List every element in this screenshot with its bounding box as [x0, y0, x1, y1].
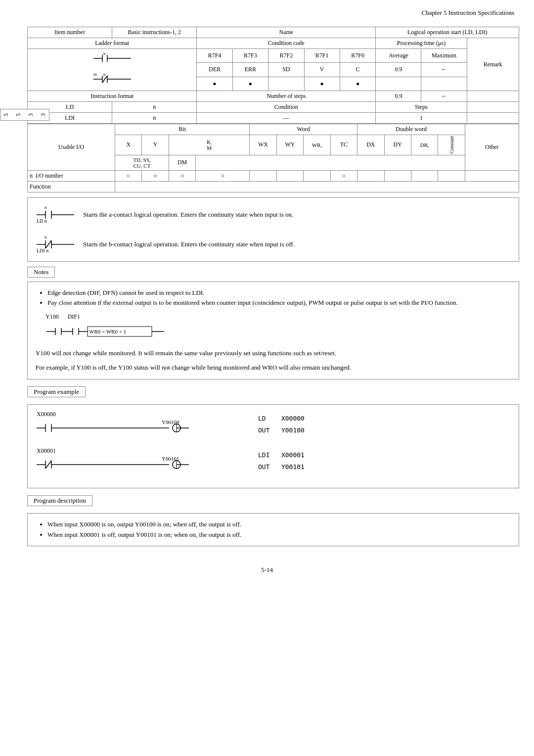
ld-function-row: n LD n Starts the a-contact logical oper… — [36, 204, 511, 226]
average-label: Average — [376, 49, 421, 63]
double-word-label: Double word — [357, 124, 465, 135]
program-desc-bullets: When input X00000 is on, output Y00100 i… — [36, 520, 511, 540]
ldi-ladder-symbol: m n — [92, 72, 132, 87]
avg-09: 0.9 — [376, 91, 421, 102]
program-ladder-svg-2: Y00101 — [36, 456, 243, 473]
ldi-n: n — [112, 113, 197, 124]
usable-io-table: Usable I/O Bit Word Double word Other X … — [27, 124, 519, 192]
code-line-2a: LDI X00001 — [258, 449, 305, 461]
program-desc-outer: Program description When input X00000 is… — [27, 495, 519, 547]
v-label: V — [304, 63, 340, 77]
y-col: Y — [142, 135, 169, 155]
y100-label: Y100 — [45, 313, 59, 320]
number-of-steps-label: Number of steps — [197, 91, 376, 102]
io-wy — [276, 170, 303, 181]
dot-sd — [268, 77, 304, 91]
ladder-diagram-cell: n m n — [28, 49, 197, 91]
ld-description: Starts the a-contact logical operation. … — [83, 211, 293, 219]
other-label: Other — [465, 124, 519, 171]
notes-content: Edge detection (DIF, DFN) cannot be used… — [27, 282, 519, 379]
max-arrow2: ← — [421, 91, 467, 102]
ldi-function-row: n LDI n Starts the b-contact logical ope… — [36, 234, 511, 255]
wy-col: WY — [276, 135, 303, 155]
program-code-2: LDI X00001 OUT Y00101 — [258, 449, 305, 472]
r7f4-label: R7F4 — [197, 49, 232, 63]
logical-op-label: Logical operation start (LD, LDI) — [376, 27, 519, 38]
io-rm-circle: ○ — [196, 170, 250, 181]
dy-col: DY — [384, 135, 411, 155]
avg-value: 0.9 — [376, 63, 421, 77]
max-arrow: ← — [421, 63, 467, 77]
svg-text:m: m — [93, 72, 97, 77]
svg-text:LDI n: LDI n — [37, 248, 48, 253]
program-ladder-2: X00001 Y00101 — [36, 447, 243, 475]
constant-label: Constant — [438, 135, 465, 155]
instruction-format-label: Instruction format — [28, 91, 197, 102]
remark-empty — [467, 91, 519, 102]
notes-bullets: Edge detection (DIF, DFN) cannot be used… — [36, 288, 511, 309]
ldi-ladder-area: n LDI n — [36, 234, 75, 255]
ld-steps: Steps — [376, 102, 467, 113]
program-desc-label: Program description — [27, 495, 92, 506]
code-line-1b: OUT Y00100 — [258, 425, 305, 436]
program-desc-bullet-1: When input X00000 is on, output Y00100 i… — [47, 520, 511, 530]
ld-ladder-area: n LD n — [36, 204, 75, 226]
svg-text:WR0 = WR0 + 1: WR0 = WR0 + 1 — [89, 329, 126, 334]
remark-label: Remark — [467, 38, 519, 91]
program-example-label: Program example — [27, 386, 86, 397]
function-label: Function — [28, 181, 115, 192]
notes-ladder-example: Y100 DIF1 WR0 = — [45, 313, 511, 343]
io-dm — [411, 170, 438, 181]
page-number: 5-14 — [261, 566, 273, 573]
io-number-label: n I/O number — [28, 170, 115, 181]
ladder-format-label: Ladder format — [28, 38, 197, 49]
io-m-circle: ○ — [169, 170, 195, 181]
wr-col: WR, — [304, 135, 330, 155]
x-col: X — [115, 135, 142, 155]
word-label: Word — [250, 124, 357, 135]
svg-line-9 — [102, 76, 107, 83]
dif1-label: DIF1 — [68, 313, 80, 320]
program-example-content: X00000 Y00100 LD X — [27, 404, 519, 488]
chapter-title: Chapter 5 Instruction Specifications — [422, 9, 514, 16]
c-label: C — [340, 63, 375, 77]
io-dx — [357, 170, 384, 181]
code-line-1a: LD X00000 — [258, 413, 305, 424]
io-wm — [304, 170, 330, 181]
r7f1-label: R7F1 — [304, 49, 340, 63]
processing-time-label: Processing time (μs) — [376, 38, 467, 49]
side-tab: 5 5 3 3 — [0, 109, 49, 121]
svg-text:n: n — [103, 51, 106, 56]
r7f0-label: R7F0 — [340, 49, 375, 63]
notes-bullet-2: Pay close attention if the external outp… — [47, 298, 511, 308]
sd-label: SD — [268, 63, 304, 77]
io-wx — [250, 170, 276, 181]
notes-para1: Y100 will not change while monitored. It… — [36, 348, 511, 359]
ldi-remark — [467, 113, 519, 124]
dot-c: ● — [340, 77, 375, 91]
wx-col: WX — [250, 135, 276, 155]
function-section: n LD n Starts the a-contact logical oper… — [27, 197, 519, 262]
io-other — [465, 170, 519, 181]
err-label: ERR — [232, 63, 268, 77]
max-empty — [421, 77, 467, 91]
dm-col: DM — [169, 155, 195, 170]
r7f2-label: R7F2 — [268, 49, 304, 63]
svg-text:LD n: LD n — [37, 218, 47, 224]
svg-text:n: n — [44, 205, 47, 210]
dr-col: DR, — [411, 135, 438, 155]
program-row-1: X00000 Y00100 LD X — [36, 411, 511, 438]
program-row-2: X00001 Y00101 — [36, 447, 511, 475]
rm-col: R,M — [169, 135, 249, 155]
ld-ladder-symbol: n — [92, 51, 132, 66]
tc-col: TC — [330, 135, 357, 155]
code-line-2b: OUT Y00101 — [258, 461, 305, 472]
dot-v: ● — [304, 77, 340, 91]
notes-para2: For example, if Y100 is off, the Y100 st… — [36, 363, 511, 373]
page-header: Chapter 5 Instruction Specifications — [0, 0, 534, 22]
svg-line-46 — [45, 461, 51, 469]
der-label: DER — [197, 63, 232, 77]
io-tc-circle: ○ — [330, 170, 357, 181]
program-desc-bullet-2: When input X00001 is off, output Y00101 … — [47, 530, 511, 540]
avg-empty — [376, 77, 421, 91]
